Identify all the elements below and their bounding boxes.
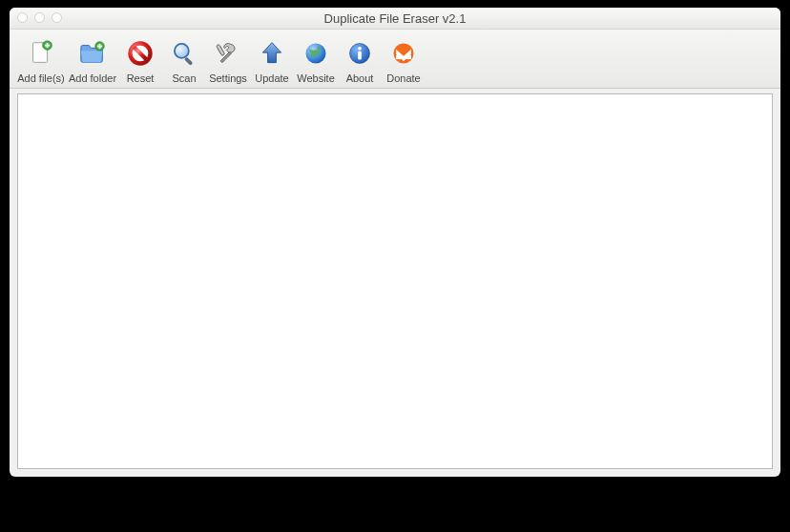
- donate-icon: [388, 38, 419, 69]
- globe-icon: [301, 38, 331, 69]
- svg-rect-17: [358, 51, 362, 60]
- svg-point-11: [175, 44, 189, 58]
- results-list[interactable]: [17, 93, 773, 469]
- about-button[interactable]: About: [338, 30, 382, 88]
- search-icon: [169, 38, 199, 69]
- tools-icon: [213, 38, 243, 69]
- toolbar-label: Add folder: [69, 72, 116, 84]
- no-entry-icon: [125, 38, 156, 69]
- toolbar-label: Settings: [209, 72, 247, 84]
- svg-rect-19: [396, 55, 401, 59]
- reset-button[interactable]: Reset: [118, 30, 162, 88]
- zoom-window-button[interactable]: [52, 12, 62, 23]
- svg-rect-13: [217, 44, 225, 55]
- file-plus-icon: [26, 38, 56, 69]
- minimize-window-button[interactable]: [34, 12, 45, 23]
- toolbar-label: About: [346, 72, 374, 84]
- add-files-button[interactable]: Add file(s): [15, 30, 67, 88]
- window-controls: [17, 12, 62, 23]
- svg-rect-12: [184, 57, 192, 65]
- app-window: Duplicate File Eraser v2.1 Add file(s): [10, 8, 780, 477]
- window-title: Duplicate File Eraser v2.1: [324, 11, 467, 26]
- svg-rect-20: [406, 55, 411, 59]
- toolbar-label: Update: [255, 72, 288, 84]
- close-window-button[interactable]: [17, 12, 28, 23]
- toolbar-label: Donate: [386, 72, 420, 84]
- toolbar: Add file(s) Add folder: [10, 30, 780, 89]
- toolbar-label: Reset: [127, 72, 155, 84]
- arrow-up-icon: [257, 38, 287, 69]
- update-button[interactable]: Update: [250, 30, 294, 88]
- settings-button[interactable]: Settings: [206, 30, 250, 88]
- info-icon: [344, 38, 375, 69]
- toolbar-label: Scan: [172, 72, 196, 84]
- toolbar-label: Add file(s): [17, 72, 65, 84]
- folder-plus-icon: [77, 38, 108, 69]
- donate-button[interactable]: Donate: [382, 30, 426, 88]
- svg-rect-4: [45, 45, 50, 47]
- scan-button[interactable]: Scan: [162, 30, 206, 88]
- add-folder-button[interactable]: Add folder: [67, 30, 118, 88]
- titlebar: Duplicate File Eraser v2.1: [10, 8, 780, 30]
- svg-rect-7: [97, 46, 102, 48]
- svg-point-16: [358, 47, 362, 51]
- toolbar-label: Website: [297, 72, 335, 84]
- website-button[interactable]: Website: [294, 30, 338, 88]
